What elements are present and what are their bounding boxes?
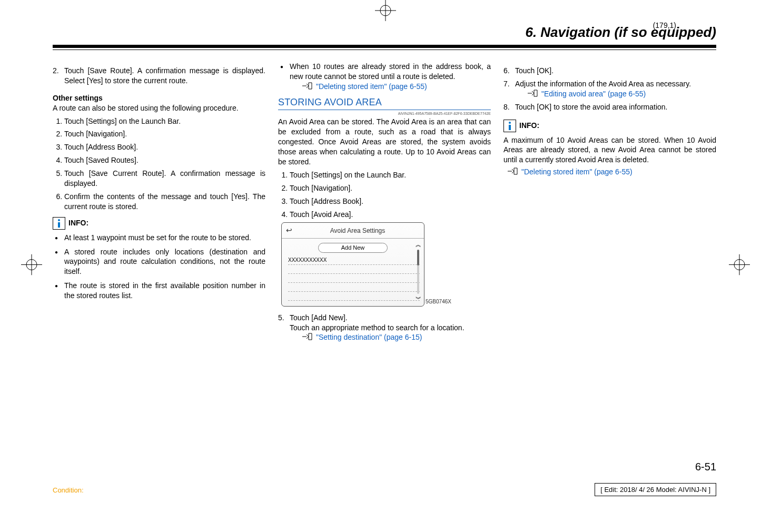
add-new-button[interactable]: Add New bbox=[318, 243, 388, 253]
scroll-up-icon[interactable]: ︽ bbox=[416, 241, 421, 249]
avoid-step-3: Touch [Address Book]. bbox=[290, 196, 491, 206]
avoid-step-8: Touch [OK] to store the avoid area infor… bbox=[515, 102, 716, 112]
scroll-down-icon[interactable]: ︾ bbox=[416, 295, 421, 303]
info-bullet-2: A stored route includes only locations (… bbox=[53, 247, 265, 277]
step-2: Touch [Save Route]. A confirmation messa… bbox=[64, 66, 265, 86]
storing-avoid-area-heading: STORING AVOID AREA bbox=[278, 96, 491, 110]
scrollbar[interactable]: ︽ ︾ bbox=[414, 241, 422, 303]
other-step-5: Touch [Save Current Route]. A confirmati… bbox=[64, 169, 265, 189]
avoid-step-7: Adjust the information of the Avoid Area… bbox=[515, 79, 716, 99]
condition-label: Condition: bbox=[53, 486, 84, 494]
edit-info: [ Edit: 2018/ 4/ 26 Model: AIVINJ-N ] bbox=[595, 483, 716, 496]
editing-avoid-area-link[interactable]: "Editing avoid area" (page 6-55) bbox=[541, 89, 646, 99]
other-settings-para: A route can also be stored using the fol… bbox=[53, 103, 265, 113]
column-3: Touch [OK]. Adjust the information of th… bbox=[503, 58, 716, 350]
deleting-stored-item-link[interactable]: "Deleting stored item" (page 6-55) bbox=[316, 82, 427, 92]
avoid-area-para: An Avoid Area can be stored. The Avoid A… bbox=[278, 117, 491, 166]
list-item[interactable]: XXXXXXXXXXX bbox=[288, 256, 420, 265]
info-bullet-1: At least 1 waypoint must be set for the … bbox=[53, 233, 265, 243]
column-2: When 10 routes are already stored in the… bbox=[278, 58, 491, 350]
avoid-step-2: Touch [Navigation]. bbox=[290, 183, 491, 193]
other-step-1: Touch [Settings] on the Launch Bar. bbox=[64, 116, 265, 126]
avoid-step-5b: Touch an appropriate method to search fo… bbox=[290, 323, 464, 332]
setting-destination-link[interactable]: "Setting destination" (page 6-15) bbox=[316, 332, 422, 342]
avoid-step-5: Touch [Add New]. Touch an appropriate me… bbox=[290, 313, 491, 343]
screenshot-title: Avoid Area Settings bbox=[295, 226, 420, 235]
back-icon[interactable]: ↩ bbox=[286, 225, 295, 235]
avoid-step-4: Touch [Avoid Area]. bbox=[290, 210, 491, 220]
avoid-step-6: Touch [OK]. bbox=[515, 66, 716, 76]
page-number: 6-51 bbox=[695, 461, 716, 473]
info-para-3: A maximum of 10 Avoid Areas can be store… bbox=[503, 135, 716, 165]
info-label-3: INFO: bbox=[519, 121, 539, 131]
avoid-step-7-text: Adjust the information of the Avoid Area… bbox=[515, 80, 691, 88]
avoid-area-settings-screenshot: ↩ Avoid Area Settings Add New XXXXXXXXXX… bbox=[281, 222, 424, 307]
deleting-stored-item-link-2[interactable]: "Deleting stored item" (page 6-55) bbox=[521, 167, 632, 177]
other-step-2: Touch [Navigation]. bbox=[64, 129, 265, 139]
avoid-step-1: Touch [Settings] on the Launch Bar. bbox=[290, 170, 491, 180]
rule-thick bbox=[53, 45, 716, 48]
crop-mark-right bbox=[729, 254, 750, 278]
crop-mark-left bbox=[21, 254, 42, 278]
other-settings-heading: Other settings bbox=[53, 93, 265, 103]
crop-mark-top bbox=[375, 0, 396, 24]
other-step-6: Confirm the contents of the message and … bbox=[64, 192, 265, 212]
routes-stored-text: When 10 routes are already stored in the… bbox=[290, 62, 491, 81]
list-item[interactable] bbox=[288, 283, 420, 292]
other-step-3: Touch [Address Book]. bbox=[64, 142, 265, 152]
section-title: 6. Navigation (if so equipped) bbox=[53, 22, 716, 44]
rule-thin bbox=[53, 50, 716, 50]
column-1: Touch [Save Route]. A confirmation messa… bbox=[53, 58, 265, 350]
guid-code: AIVINJN1-495A7589-BA25-41EF-82F6-33DEBDE… bbox=[278, 111, 491, 116]
routes-stored-bullet: When 10 routes are already stored in the… bbox=[278, 62, 491, 92]
list-item[interactable] bbox=[288, 274, 420, 283]
pointer-icon bbox=[507, 167, 518, 175]
pointer-icon bbox=[301, 82, 313, 90]
info-label: INFO: bbox=[68, 218, 88, 228]
avoid-step-5a: Touch [Add New]. bbox=[290, 313, 348, 322]
list-item[interactable] bbox=[288, 292, 420, 301]
image-code: 5GB0746X bbox=[426, 298, 491, 306]
other-step-4: Touch [Saved Routes]. bbox=[64, 155, 265, 165]
list-item[interactable] bbox=[288, 265, 420, 274]
info-bullet-3: The route is stored in the first availab… bbox=[53, 281, 265, 301]
pointer-icon bbox=[301, 332, 313, 341]
info-icon bbox=[53, 217, 65, 230]
pointer-icon bbox=[527, 89, 538, 97]
info-icon bbox=[503, 120, 516, 132]
